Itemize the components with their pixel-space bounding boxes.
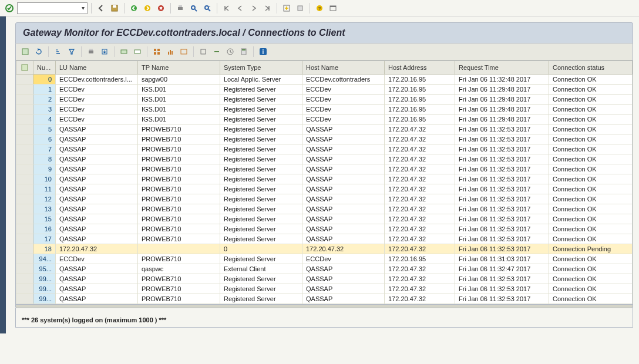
- col-host-address[interactable]: Host Address: [385, 61, 455, 75]
- table-row[interactable]: 18172.20.47.320172.20.47.32172.20.47.32F…: [16, 244, 633, 254]
- row-selector[interactable]: [16, 264, 33, 274]
- first-page-icon[interactable]: [221, 2, 233, 14]
- choose-layout-icon[interactable]: [118, 46, 130, 58]
- table-row[interactable]: 3ECCDevIGS.D01Registered ServerECCDev172…: [16, 105, 633, 114]
- row-selector[interactable]: [16, 144, 33, 154]
- col-lu-name[interactable]: LU Name: [56, 61, 138, 75]
- row-selector[interactable]: [16, 75, 33, 85]
- save-icon[interactable]: [109, 2, 120, 14]
- col-tp-name[interactable]: TP Name: [138, 61, 220, 75]
- grid-view-icon[interactable]: [151, 46, 163, 58]
- prev-page-icon[interactable]: [234, 2, 246, 14]
- table-row[interactable]: 17QASSAPPROWEB710Registered ServerQASSAP…: [16, 234, 633, 244]
- chevron-down-icon: ▾: [82, 5, 85, 11]
- row-selector[interactable]: [16, 204, 33, 214]
- refresh-icon[interactable]: [33, 46, 45, 58]
- row-selector[interactable]: [16, 154, 33, 164]
- table-row[interactable]: 12QASSAPPROWEB710Registered ServerQASSAP…: [16, 194, 633, 204]
- help-icon[interactable]: ?: [314, 2, 325, 14]
- last-page-icon[interactable]: [261, 2, 273, 14]
- row-selector[interactable]: [16, 164, 33, 174]
- row-selector[interactable]: [16, 244, 33, 254]
- print-icon[interactable]: [174, 2, 186, 14]
- table-row[interactable]: 15QASSAPPROWEB710Registered ServerQASSAP…: [16, 214, 633, 224]
- table-row[interactable]: 11QASSAPPROWEB710Registered ServerQASSAP…: [16, 184, 633, 194]
- table-row[interactable]: 6QASSAPPROWEB710Registered ServerQASSAP1…: [16, 134, 633, 144]
- cell-lu-name: ECCDev: [56, 85, 138, 95]
- table-row[interactable]: 10QASSAPPROWEB710Registered ServerQASSAP…: [16, 174, 633, 184]
- save-layout-icon[interactable]: [132, 46, 143, 58]
- info-icon[interactable]: i: [257, 46, 269, 58]
- table-row[interactable]: 5QASSAPPROWEB710Registered ServerQASSAP1…: [16, 124, 633, 134]
- row-selector[interactable]: [16, 95, 33, 105]
- table-row[interactable]: 1ECCDevIGS.D01Registered ServerECCDev172…: [16, 85, 633, 95]
- select-all-corner[interactable]: [16, 61, 33, 75]
- find-next-icon[interactable]: [201, 2, 213, 14]
- col-host-name[interactable]: Host Name: [302, 61, 385, 75]
- row-selector[interactable]: [16, 214, 33, 224]
- row-selector[interactable]: [16, 114, 33, 124]
- table-row[interactable]: 7QASSAPPROWEB710Registered ServerQASSAP1…: [16, 144, 633, 154]
- row-selector[interactable]: [16, 184, 33, 194]
- cell-tp-name: PROWEB710: [138, 134, 220, 144]
- row-selector[interactable]: [16, 284, 33, 294]
- cell-connection-status: Connection OK: [549, 124, 633, 134]
- col-request-time[interactable]: Request Time: [455, 61, 549, 75]
- table-row[interactable]: 4ECCDevIGS.D01Registered ServerECCDev172…: [16, 114, 633, 124]
- col-connection-status[interactable]: Connection status: [549, 61, 633, 75]
- clock-icon[interactable]: [224, 46, 236, 58]
- row-selector[interactable]: [16, 224, 33, 234]
- connections-table[interactable]: Nu... LU Name TP Name System Type Host N…: [16, 60, 633, 304]
- row-selector[interactable]: [16, 294, 33, 304]
- find-icon[interactable]: [188, 2, 200, 14]
- cell-system-type: Local Applic. Server: [220, 75, 302, 85]
- table-row[interactable]: 2ECCDevIGS.D01Registered ServerECCDev172…: [16, 95, 633, 105]
- col-system-type[interactable]: System Type: [220, 61, 302, 75]
- row-selector[interactable]: [16, 174, 33, 184]
- row-selector[interactable]: [16, 254, 33, 264]
- next-page-icon[interactable]: [248, 2, 260, 14]
- layout-icon[interactable]: [327, 2, 339, 14]
- row-selector[interactable]: [16, 134, 33, 144]
- svg-rect-23: [157, 49, 160, 51]
- col-number[interactable]: Nu...: [33, 61, 56, 75]
- row-selector[interactable]: [16, 105, 33, 114]
- table-row[interactable]: 8QASSAPPROWEB710Registered ServerQASSAP1…: [16, 154, 633, 164]
- cell-system-type: Registered Server: [220, 154, 302, 164]
- table-row[interactable]: 0ECCDev.cottontraders.l...sapgw00Local A…: [16, 75, 633, 85]
- table-row[interactable]: 9QASSAPPROWEB710Registered ServerQASSAP1…: [16, 164, 633, 174]
- new-session-icon[interactable]: [281, 2, 292, 14]
- table-row[interactable]: 94...ECCDevPROWEB710Registered ServerECC…: [16, 254, 633, 264]
- delete-row-icon[interactable]: [211, 46, 223, 58]
- create-shortcut-icon[interactable]: [294, 2, 306, 14]
- selection-icon[interactable]: [197, 46, 209, 58]
- row-selector[interactable]: [16, 85, 33, 95]
- table-row[interactable]: 16QASSAPPROWEB710Registered ServerQASSAP…: [16, 224, 633, 234]
- table-row[interactable]: 99...QASSAPPROWEB710Registered ServerQAS…: [16, 284, 633, 294]
- details-icon[interactable]: [19, 46, 31, 58]
- row-selector[interactable]: [16, 234, 33, 244]
- sort-asc-icon[interactable]: [52, 46, 64, 58]
- toolbar-separator: [124, 3, 125, 14]
- table-row[interactable]: 99...QASSAPPROWEB710Registered ServerQAS…: [16, 294, 633, 304]
- back-icon[interactable]: [95, 2, 107, 14]
- table-row[interactable]: 99...QASSAPPROWEB710Registered ServerQAS…: [16, 274, 633, 284]
- enter-icon[interactable]: [4, 2, 15, 14]
- print-alv-icon[interactable]: [85, 46, 97, 58]
- row-selector[interactable]: [16, 194, 33, 204]
- table-row[interactable]: 13QASSAPPROWEB710Registered ServerQASSAP…: [16, 204, 633, 214]
- export-icon[interactable]: [99, 46, 110, 58]
- row-selector[interactable]: [16, 124, 33, 134]
- graphic-icon[interactable]: [164, 46, 176, 58]
- cancel-icon[interactable]: [155, 2, 167, 14]
- abc-analysis-icon[interactable]: [178, 46, 190, 58]
- table-row[interactable]: 95...QASSAPqaspwcExternal ClientQASSAP17…: [16, 264, 633, 274]
- exit-icon[interactable]: [142, 2, 153, 14]
- row-selector[interactable]: [16, 274, 33, 284]
- calculator-icon[interactable]: [238, 46, 250, 58]
- back-green-icon[interactable]: [128, 2, 140, 14]
- filter-icon[interactable]: [66, 46, 78, 58]
- transaction-code-input[interactable]: ▾: [17, 2, 88, 14]
- toolbar-separator: [170, 3, 171, 14]
- svg-rect-25: [157, 52, 160, 55]
